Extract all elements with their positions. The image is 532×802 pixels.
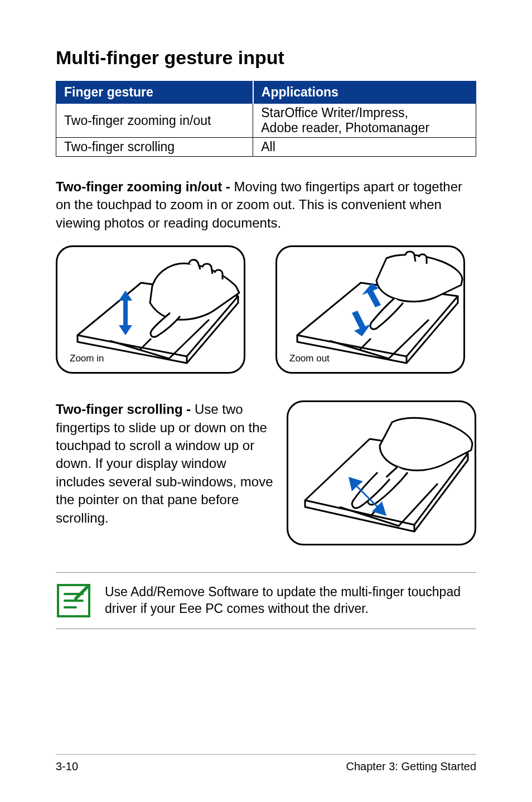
page-footer: 3-10 Chapter 3: Getting Started [56,754,476,773]
page-number: 3-10 [56,760,78,773]
figure-zoom-out: Zoom out [275,245,465,374]
figure-scroll [287,400,476,545]
figure-row-zoom: Zoom in [56,245,476,374]
note-text: Use Add/Remove Software to update the mu… [105,584,476,617]
table-header-apps: Applications [253,81,476,104]
document-page: Multi-finger gesture input Finger gestur… [0,0,532,802]
note-box: Use Add/Remove Software to update the mu… [56,572,476,629]
caption-zoom-out: Zoom out [289,353,330,364]
body-scroll: Use two fingertips to slide up or down o… [56,402,273,525]
chapter-label: Chapter 3: Getting Started [346,760,476,773]
lead-zoom: Two-finger zooming in/out - [56,179,234,194]
note-icon [56,583,91,619]
table-row: Two-finger zooming in/out StarOffice Wri… [56,104,476,138]
paragraph-zoom: Two-finger zooming in/out - Moving two f… [56,178,476,232]
table-row: Two-finger scrolling All [56,138,476,157]
page-heading: Multi-finger gesture input [56,47,476,69]
figure-zoom-in: Zoom in [56,245,245,374]
cell-apps: StarOffice Writer/Impress, Adobe reader,… [253,104,476,138]
table-header-gesture: Finger gesture [56,81,253,104]
cell-apps: All [253,138,476,157]
cell-gesture: Two-finger scrolling [56,138,253,157]
gesture-table: Finger gesture Applications Two-finger z… [56,81,476,157]
scroll-row: Two-finger scrolling - Use two fingertip… [56,400,476,545]
caption-zoom-in: Zoom in [70,353,104,364]
paragraph-scroll: Two-finger scrolling - Use two fingertip… [56,400,277,527]
scroll-illustration [288,402,475,544]
cell-gesture: Two-finger zooming in/out [56,104,253,138]
lead-scroll: Two-finger scrolling - [56,402,195,417]
